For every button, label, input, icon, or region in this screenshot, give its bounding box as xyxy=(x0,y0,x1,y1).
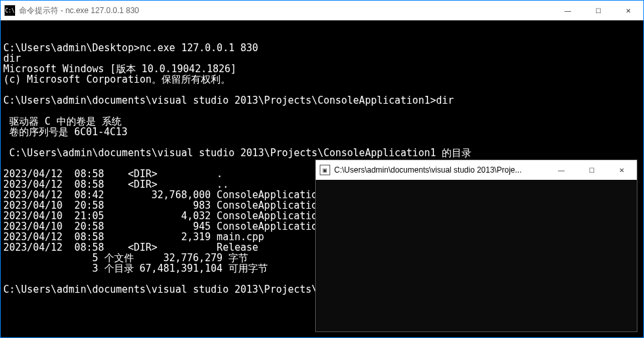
main-window-title: 命令提示符 - nc.exe 127.0.0.1 830 xyxy=(19,5,553,16)
main-window-controls: — ☐ ✕ xyxy=(553,1,643,20)
terminal-line: C:\Users\admin\documents\visual studio 2… xyxy=(3,95,454,106)
secondary-window: ▣ C:\Users\admin\documents\visual studio… xyxy=(315,159,637,332)
terminal-line: (c) Microsoft Corporation。保留所有权利。 xyxy=(3,74,230,85)
terminal-line: 3 个目录 67,481,391,104 可用字节 xyxy=(3,263,268,274)
terminal-line: 卷的序列号是 6C01-4C13 xyxy=(3,126,127,138)
secondary-window-controls: — ☐ ✕ xyxy=(546,160,637,180)
secondary-window-title: C:\Users\admin\documents\visual studio 2… xyxy=(334,165,546,175)
close-button[interactable]: ✕ xyxy=(607,160,637,180)
maximize-button[interactable]: ☐ xyxy=(583,1,613,20)
minimize-button[interactable]: — xyxy=(546,160,576,180)
app-icon: ▣ xyxy=(320,165,330,175)
cmd-icon: C:\ xyxy=(5,5,15,16)
maximize-button[interactable]: ☐ xyxy=(576,160,607,180)
main-titlebar[interactable]: C:\ 命令提示符 - nc.exe 127.0.0.1 830 — ☐ ✕ xyxy=(1,1,643,20)
minimize-button[interactable]: — xyxy=(553,1,583,20)
secondary-titlebar[interactable]: ▣ C:\Users\admin\documents\visual studio… xyxy=(316,160,637,180)
secondary-terminal-output[interactable] xyxy=(316,180,637,331)
terminal-line: C:\Users\admin\Desktop>nc.exe 127.0.0.1 … xyxy=(3,42,258,54)
close-button[interactable]: ✕ xyxy=(613,1,643,20)
terminal-line: C:\Users\admin\documents\visual studio 2… xyxy=(3,147,471,159)
